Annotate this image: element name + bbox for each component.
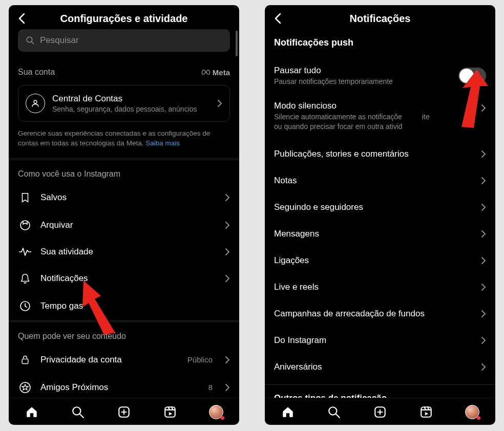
pause-title: Pausar tudo: [274, 66, 453, 76]
svg-rect-13: [421, 407, 431, 417]
menu-activity[interactable]: Sua atividade: [18, 239, 230, 265]
menu-privacy[interactable]: Privacidade da conta Público: [18, 346, 230, 374]
clock-icon: [18, 300, 32, 312]
menu-close-friends[interactable]: Amigos Próximos 8: [18, 374, 230, 398]
scrollbar[interactable]: [236, 31, 238, 56]
phone-settings: Configurações e atividade Pesquisar Sua …: [9, 5, 239, 425]
item-notes[interactable]: Notas: [274, 167, 486, 194]
header: Notificações: [265, 5, 495, 29]
chevron-right-icon: [481, 310, 486, 318]
phone-notifications: Notificações Notificações push Pausar tu…: [265, 5, 495, 425]
meta-logo: Meta: [201, 68, 230, 77]
chevron-right-icon: [481, 283, 486, 291]
nav-create[interactable]: [116, 404, 132, 420]
svg-rect-4: [22, 359, 28, 363]
card-subtitle: Senha, segurança, dados pessoais, anúnci…: [52, 105, 210, 113]
menu-archive[interactable]: Arquivar: [18, 211, 230, 239]
header: Configurações e atividade: [9, 5, 239, 29]
account-info-text: Gerencie suas experiências conectadas e …: [18, 129, 230, 158]
annotation-arrow: [435, 66, 491, 132]
search-placeholder: Pesquisar: [40, 35, 79, 46]
nav-reels[interactable]: [162, 404, 178, 420]
back-button[interactable]: [274, 13, 281, 24]
section-usage-label: Como você usa o Instagram: [18, 160, 230, 184]
item-following[interactable]: Seguindo e seguidores: [274, 194, 486, 221]
svg-marker-10: [461, 70, 488, 128]
chevron-right-icon: [225, 248, 230, 256]
annotation-arrow: [75, 276, 137, 338]
item-posts-stories[interactable]: Publicações, stories e comentários: [274, 141, 486, 167]
back-button[interactable]: [18, 13, 25, 24]
chevron-right-icon: [481, 203, 486, 211]
chevron-right-icon: [225, 383, 230, 392]
lock-icon: [18, 354, 32, 366]
item-birthdays[interactable]: Aniversários: [274, 354, 486, 380]
bell-icon: [18, 272, 32, 285]
nav-profile[interactable]: [208, 404, 224, 420]
learn-more-link[interactable]: Saiba mais: [145, 139, 180, 147]
search-input[interactable]: Pesquisar: [18, 29, 230, 52]
item-from-instagram[interactable]: Do Instagram: [274, 327, 486, 354]
menu-saved[interactable]: Salvos: [18, 184, 230, 211]
svg-rect-9: [165, 407, 175, 417]
item-calls[interactable]: Ligações: [274, 247, 486, 274]
svg-point-1: [34, 100, 37, 103]
nav-reels[interactable]: [418, 404, 434, 420]
nav-create[interactable]: [372, 404, 388, 420]
page-title: Notificações: [350, 13, 411, 25]
menu-value: Público: [187, 355, 213, 364]
chevron-right-icon: [481, 230, 486, 238]
chevron-right-icon: [225, 356, 230, 364]
pause-subtitle: Pausar notificações temporariamente: [274, 77, 453, 87]
nav-home[interactable]: [24, 404, 39, 420]
nav-home[interactable]: [280, 404, 296, 420]
svg-marker-6: [82, 281, 115, 335]
activity-icon: [18, 247, 32, 257]
svg-point-2: [20, 221, 30, 230]
push-section-title: Notificações push: [274, 29, 486, 58]
nav-profile[interactable]: [465, 404, 480, 420]
chevron-right-icon: [481, 336, 486, 344]
bottom-nav: [9, 398, 239, 425]
chevron-right-icon: [225, 274, 230, 283]
bottom-nav: [265, 398, 495, 425]
star-icon: [18, 381, 32, 394]
archive-icon: [18, 219, 32, 231]
search-icon: [26, 36, 35, 45]
accounts-center-card[interactable]: Central de Contas Senha, segurança, dado…: [18, 85, 230, 122]
chevron-right-icon: [225, 221, 230, 229]
avatar-icon: [209, 405, 223, 419]
other-section-title: Outros tipos de notificação: [274, 385, 486, 398]
chevron-right-icon: [481, 256, 486, 265]
chevron-right-icon: [217, 99, 222, 107]
chevron-right-icon: [481, 363, 486, 371]
content-area: Pesquisar Sua conta Meta Central de Cont…: [9, 29, 239, 398]
menu-value: 8: [208, 383, 213, 392]
avatar-icon: [465, 405, 479, 419]
section-account-header: Sua conta Meta: [18, 64, 230, 85]
nav-search[interactable]: [70, 404, 86, 420]
page-title: Configurações e atividade: [60, 13, 188, 25]
chevron-right-icon: [481, 150, 486, 158]
card-title: Central de Contas: [52, 94, 210, 104]
item-fundraisers[interactable]: Campanhas de arrecadação de fundos: [274, 300, 486, 327]
meta-icon: [201, 69, 211, 75]
item-messages[interactable]: Mensagens: [274, 221, 486, 247]
section-label: Sua conta: [18, 68, 55, 77]
person-icon: [26, 94, 45, 113]
bookmark-icon: [18, 191, 32, 204]
chevron-right-icon: [225, 193, 230, 202]
chevron-right-icon: [481, 177, 486, 185]
item-live-reels[interactable]: Live e reels: [274, 274, 486, 300]
nav-search[interactable]: [326, 404, 342, 420]
